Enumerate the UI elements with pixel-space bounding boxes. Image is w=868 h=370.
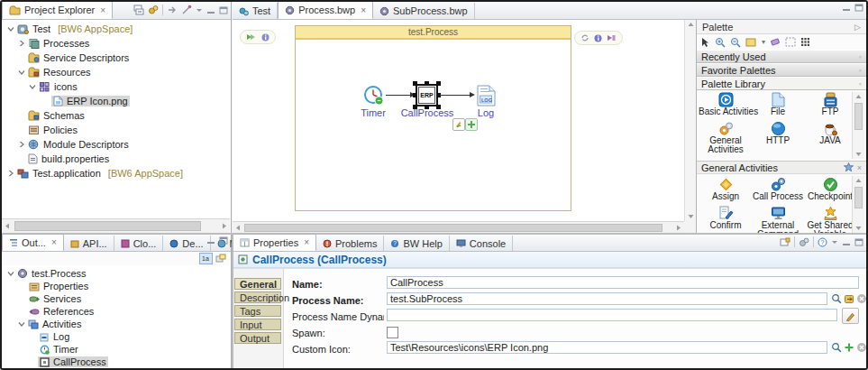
process-canvas[interactable]: test.Process Timer ERP [233, 20, 684, 221]
selection-handle[interactable] [425, 81, 429, 86]
tab-problems[interactable]: Problems [316, 236, 384, 251]
tab-cloud[interactable]: Clo... [114, 236, 164, 251]
tab-test[interactable]: Test [233, 3, 278, 19]
select-icon[interactable] [700, 37, 710, 48]
sort-icon[interactable]: 1a [199, 253, 213, 264]
drawer-palette-library[interactable]: Palette Library ◦ [697, 77, 866, 90]
drawer-pin-icon[interactable]: ◦ [859, 66, 862, 75]
grid-icon[interactable] [800, 37, 810, 47]
side-tab-description[interactable]: Description [234, 291, 281, 303]
process-box[interactable]: test.Process [295, 25, 571, 211]
horizontal-scrollbar[interactable] [2, 218, 230, 233]
tab-process-bwp[interactable]: Process.bwp × [278, 1, 373, 19]
chevron-down-icon[interactable] [5, 270, 15, 277]
close-icon[interactable]: × [100, 5, 105, 15]
minimize-icon[interactable] [206, 6, 215, 14]
palette-item-assign[interactable]: Assign [699, 177, 753, 201]
palette-item-call-process[interactable]: Call Process [751, 177, 805, 201]
selection-handle[interactable] [413, 93, 417, 97]
tab-deployment[interactable]: De... [163, 236, 210, 251]
scrollbar-thumb[interactable] [244, 224, 662, 232]
chevron-right-icon[interactable] [16, 40, 26, 47]
outline-item-activities[interactable]: Activities [2, 318, 230, 330]
activity-timer[interactable] [363, 85, 385, 106]
chevron-down-icon[interactable] [16, 320, 26, 328]
gears-icon[interactable] [148, 5, 159, 15]
outline-item-test-process[interactable]: test.Process [2, 267, 230, 280]
tree-item-policies[interactable]: Policies [2, 123, 230, 137]
tree-item-test-module[interactable]: Test[BW6 AppSpace] [2, 22, 230, 36]
outline-item-references[interactable]: References [2, 305, 230, 318]
marquee-icon[interactable] [785, 37, 796, 47]
palette-library-scrollbar[interactable] [852, 92, 864, 159]
add-icon[interactable] [844, 342, 854, 353]
spawn-checkbox[interactable] [387, 327, 398, 338]
link-with-editor-icon[interactable] [167, 5, 178, 15]
tree-item-build-properties[interactable]: build.properties [2, 152, 230, 166]
chevron-down-icon[interactable] [27, 83, 37, 90]
close-icon[interactable]: × [304, 237, 309, 247]
tree-item-schemas[interactable]: Schemas [2, 108, 230, 123]
palette-item-general-activities[interactable]: General Activities [699, 121, 753, 154]
close-icon[interactable]: × [857, 163, 862, 172]
scrollbar-thumb[interactable] [854, 103, 863, 130]
tree-item-erp-icon-png[interactable]: ERP Icon.png [2, 94, 230, 108]
tree-item-module-descriptors[interactable]: Module Descriptors [2, 137, 230, 152]
minimize-icon[interactable] [842, 4, 851, 12]
pin-icon[interactable]: ▷ [854, 23, 861, 32]
process-title-bar[interactable]: test.Process [296, 26, 571, 40]
chevron-down-icon[interactable] [5, 25, 15, 32]
close-icon[interactable]: × [51, 237, 57, 247]
palette-item-http[interactable]: HTTP [751, 121, 805, 145]
play-icon[interactable] [246, 33, 257, 41]
activity-callprocess[interactable]: ERP [416, 84, 438, 106]
palette-item-file[interactable]: File [751, 92, 805, 116]
chevron-down-icon[interactable] [16, 69, 26, 76]
eraser-icon[interactable] [770, 37, 781, 47]
clear-icon[interactable] [856, 342, 867, 353]
minimize-icon[interactable] [842, 238, 851, 246]
side-tab-output[interactable]: Output [234, 332, 281, 344]
revert-icon[interactable] [844, 293, 854, 304]
process-name-dynamic-input[interactable] [387, 309, 837, 321]
chevron-right-icon[interactable] [16, 141, 26, 148]
close-icon[interactable]: × [361, 5, 366, 15]
outline-item-log[interactable]: Log [2, 330, 230, 343]
view-menu-icon[interactable] [831, 238, 838, 245]
scroll-left-icon[interactable] [2, 221, 14, 231]
tab-outline[interactable]: Out... × [2, 234, 64, 251]
collapse-all-icon[interactable] [133, 5, 144, 15]
search-icon[interactable] [831, 293, 842, 304]
note-icon[interactable] [745, 37, 757, 47]
tab-api[interactable]: API... [64, 236, 114, 251]
scroll-up-icon[interactable] [853, 176, 864, 186]
side-tab-input[interactable]: Input [234, 319, 281, 330]
run-icon[interactable] [607, 34, 617, 42]
scroll-left-icon[interactable] [233, 223, 244, 233]
scroll-right-icon[interactable] [218, 221, 230, 231]
scrollbar-thumb[interactable] [854, 187, 863, 208]
side-tab-tags[interactable]: Tags [234, 305, 281, 317]
section-general-activities-header[interactable]: General Activities × [697, 161, 866, 174]
drawer-pin-icon[interactable]: ◦ [859, 79, 862, 88]
sash-vertical[interactable] [232, 235, 233, 368]
drawer-pin-icon[interactable]: ◦ [859, 52, 862, 61]
custom-icon-input[interactable] [387, 341, 827, 354]
side-tab-general[interactable]: General [234, 278, 281, 290]
chevron-down-icon[interactable]: ▾ [762, 38, 765, 46]
search-icon[interactable] [831, 342, 842, 353]
scroll-down-icon[interactable] [853, 223, 864, 233]
tab-console[interactable]: Console [450, 236, 513, 251]
outline-item-services[interactable]: Services [2, 292, 230, 305]
section-scrollbar[interactable] [852, 176, 864, 233]
scroll-down-icon[interactable] [853, 149, 864, 159]
chevron-right-icon[interactable] [5, 170, 15, 177]
gears-icon[interactable] [799, 237, 809, 247]
add-activity-button[interactable] [465, 118, 478, 131]
drawer-recently-used[interactable]: Recently Used ◦ [697, 50, 866, 63]
maximize-icon[interactable] [854, 238, 863, 246]
palette-item-basic-activities[interactable]: Basic Activities [699, 92, 753, 116]
info-icon[interactable] [594, 34, 602, 42]
process-name-input[interactable] [387, 292, 827, 305]
star-icon[interactable] [844, 162, 854, 172]
